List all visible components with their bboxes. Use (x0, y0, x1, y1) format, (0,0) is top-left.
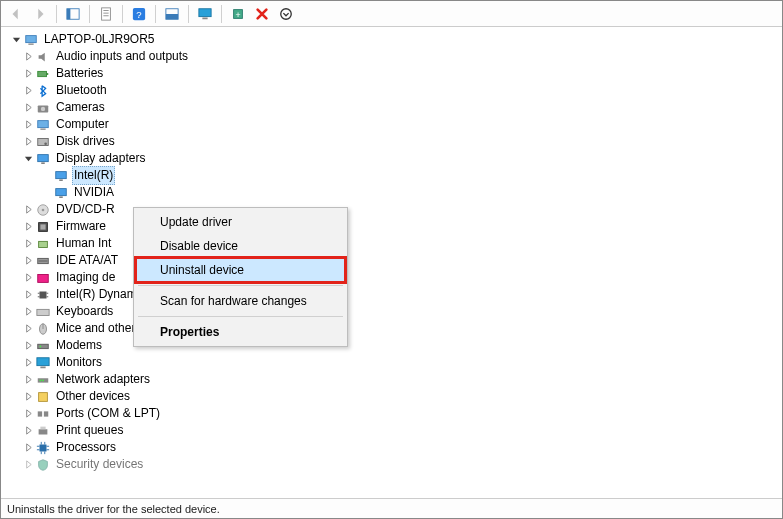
svg-rect-18 (47, 73, 49, 75)
content-area: LAPTOP-0LJR9OR5Audio inputs and outputsB… (1, 27, 782, 498)
expand-arrow-icon[interactable] (21, 254, 35, 268)
status-bar: Uninstalls the driver for the selected d… (1, 498, 782, 518)
collapse-arrow-icon[interactable] (9, 33, 23, 47)
tree-item-label: Disk drives (54, 133, 117, 150)
device-category[interactable]: Human Int (3, 235, 782, 252)
device-category[interactable]: Disk drives (3, 133, 782, 150)
expand-arrow-icon[interactable] (21, 271, 35, 285)
svg-rect-22 (40, 128, 45, 129)
device-tree[interactable]: LAPTOP-0LJR9OR5Audio inputs and outputsB… (1, 27, 782, 498)
device-category[interactable]: Firmware (3, 218, 782, 235)
device-category[interactable]: Intel(R) Dynamic Platform and Thermal Fr… (3, 286, 782, 303)
show-hidden-icon[interactable] (62, 3, 84, 25)
expand-arrow-icon[interactable] (21, 339, 35, 353)
back-icon (5, 3, 27, 25)
expand-arrow-icon[interactable] (21, 50, 35, 64)
expand-arrow-icon[interactable] (21, 220, 35, 234)
device-item[interactable]: NVIDIA (3, 184, 782, 201)
keyboard-icon (35, 304, 51, 320)
device-category[interactable]: Batteries (3, 65, 782, 82)
expand-arrow-icon[interactable] (21, 203, 35, 217)
display-icon (53, 185, 69, 201)
tree-item-label: Ports (COM & LPT) (54, 405, 162, 422)
tree-item-label: Cameras (54, 99, 107, 116)
imaging-icon (35, 270, 51, 286)
mouse-icon (35, 321, 51, 337)
svg-rect-60 (40, 444, 47, 451)
device-category[interactable]: Computer (3, 116, 782, 133)
device-category[interactable]: Processors (3, 439, 782, 456)
expand-arrow-icon[interactable] (21, 118, 35, 132)
root-computer[interactable]: LAPTOP-0LJR9OR5 (3, 31, 782, 48)
expand-arrow-icon[interactable] (21, 305, 35, 319)
remove-icon[interactable] (251, 3, 273, 25)
properties-icon[interactable] (95, 3, 117, 25)
expand-arrow-icon[interactable] (21, 356, 35, 370)
expand-arrow-icon[interactable] (21, 390, 35, 404)
svg-rect-11 (202, 17, 207, 19)
ctx-uninstall-device[interactable]: Uninstall device (136, 258, 345, 282)
firmware-icon (35, 219, 51, 235)
device-category[interactable]: Imaging de (3, 269, 782, 286)
collapse-arrow-icon[interactable] (21, 152, 35, 166)
expand-arrow-icon[interactable] (21, 288, 35, 302)
scan-icon[interactable] (275, 3, 297, 25)
ctx-scan-hardware[interactable]: Scan for hardware changes (136, 289, 345, 313)
tree-item-label: NVIDIA (72, 184, 116, 201)
tree-item-label: IDE ATA/AT (54, 252, 120, 269)
expand-arrow-icon[interactable] (21, 237, 35, 251)
device-category[interactable]: DVD/CD-R (3, 201, 782, 218)
network-icon (35, 372, 51, 388)
chip-icon (35, 287, 51, 303)
device-category[interactable]: IDE ATA/AT (3, 252, 782, 269)
expand-arrow-icon[interactable] (21, 424, 35, 438)
expand-arrow-icon[interactable] (39, 186, 53, 200)
device-category[interactable]: Monitors (3, 354, 782, 371)
expand-arrow-icon[interactable] (21, 322, 35, 336)
expand-arrow-icon[interactable] (21, 101, 35, 115)
device-category[interactable]: Network adapters (3, 371, 782, 388)
device-category[interactable]: Modems (3, 337, 782, 354)
svg-point-24 (44, 142, 47, 145)
device-category[interactable]: Security devices (3, 456, 782, 473)
svg-rect-38 (38, 274, 49, 282)
tree-item-label: Processors (54, 439, 118, 456)
tree-item-label: Other devices (54, 388, 132, 405)
expand-arrow-icon[interactable] (21, 135, 35, 149)
device-item[interactable]: Intel(R) (3, 167, 782, 184)
help-icon[interactable]: ? (128, 3, 150, 25)
expand-arrow-icon[interactable] (21, 407, 35, 421)
expand-arrow-icon[interactable] (39, 169, 53, 183)
add-legacy-icon[interactable]: + (227, 3, 249, 25)
printer-icon (35, 423, 51, 439)
ctx-disable-device[interactable]: Disable device (136, 234, 345, 258)
expand-arrow-icon[interactable] (21, 84, 35, 98)
svg-rect-1 (67, 8, 71, 19)
expand-arrow-icon[interactable] (21, 441, 35, 455)
action-icon[interactable] (161, 3, 183, 25)
svg-rect-51 (40, 366, 45, 368)
expand-arrow-icon[interactable] (21, 67, 35, 81)
device-category[interactable]: Keyboards (3, 303, 782, 320)
tree-item-label: Imaging de (54, 269, 117, 286)
tree-item-label: Human Int (54, 235, 113, 252)
update-icon[interactable] (194, 3, 216, 25)
svg-point-32 (42, 208, 45, 211)
device-category[interactable]: Display adapters (3, 150, 782, 167)
device-category[interactable]: Ports (COM & LPT) (3, 405, 782, 422)
device-category[interactable]: Audio inputs and outputs (3, 48, 782, 65)
svg-rect-9 (166, 14, 178, 19)
ctx-properties[interactable]: Properties (136, 320, 345, 344)
device-category[interactable]: Bluetooth (3, 82, 782, 99)
expand-arrow-icon[interactable] (21, 373, 35, 387)
expand-arrow-icon[interactable] (21, 458, 35, 472)
device-category[interactable]: Other devices (3, 388, 782, 405)
device-category[interactable]: Print queues (3, 422, 782, 439)
svg-rect-44 (37, 309, 49, 315)
device-category[interactable]: Mice and other pointing devices (3, 320, 782, 337)
security-icon (35, 457, 51, 473)
tree-item-label: Intel(R) (72, 166, 115, 185)
ctx-update-driver[interactable]: Update driver (136, 210, 345, 234)
device-category[interactable]: Cameras (3, 99, 782, 116)
display-icon (35, 151, 51, 167)
